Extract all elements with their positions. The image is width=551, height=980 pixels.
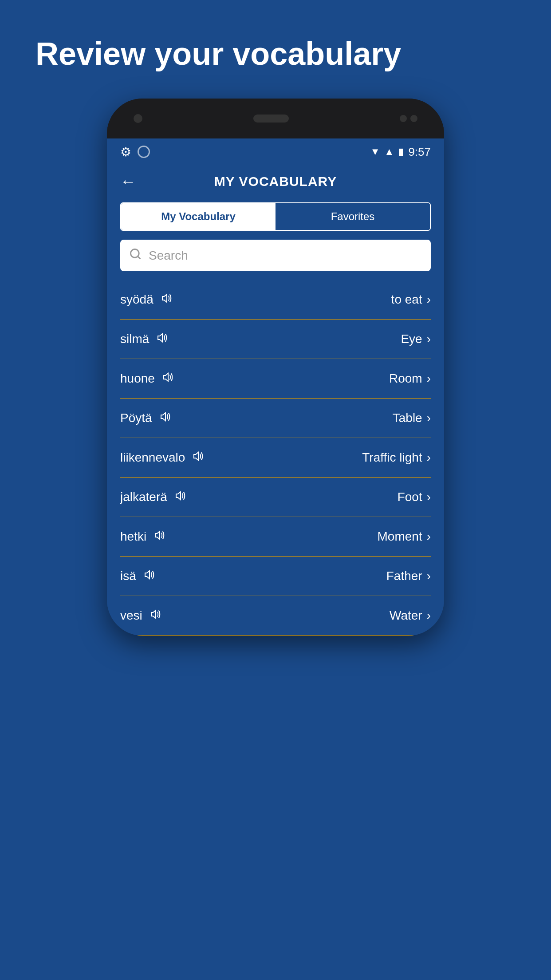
sound-icon[interactable] (174, 491, 187, 503)
status-time: 9:57 (408, 145, 431, 159)
tab-favorites[interactable]: Favorites (276, 203, 430, 230)
chevron-right-icon: › (427, 530, 431, 544)
vocab-right: Eye › (401, 332, 431, 346)
chevron-right-icon: › (427, 569, 431, 583)
vocab-left: huone (120, 371, 174, 386)
battery-icon: ▮ (398, 146, 404, 158)
back-button[interactable]: ← (120, 172, 136, 191)
vocab-right: Water › (390, 609, 431, 623)
wifi-icon: ▼ (370, 146, 380, 158)
vocab-item[interactable]: liikennevalo Traffic light › (120, 438, 431, 478)
vocab-right: Table › (393, 411, 431, 425)
vocab-item[interactable]: huone Room › (120, 359, 431, 399)
vocab-item[interactable]: silmä Eye › (120, 320, 431, 359)
chevron-right-icon: › (427, 450, 431, 465)
status-left: ⚙ (120, 145, 150, 159)
vocab-word: Pöytä (120, 411, 152, 425)
sound-icon[interactable] (162, 372, 174, 385)
svg-line-1 (138, 256, 140, 258)
vocab-word: jalkaterä (120, 490, 167, 504)
status-right: ▼ ▲ ▮ 9:57 (370, 145, 431, 159)
vocab-item[interactable]: isä Father › (120, 557, 431, 596)
vocab-left: silmä (120, 332, 169, 346)
sound-icon[interactable] (161, 293, 173, 306)
vocab-item[interactable]: jalkaterä Foot › (120, 478, 431, 517)
vocab-translation: Table (393, 411, 422, 425)
circle-indicator (138, 146, 150, 158)
vocab-left: liikennevalo (120, 450, 205, 465)
vocab-word: syödä (120, 292, 153, 307)
search-placeholder: Search (149, 249, 188, 263)
vocab-right: Traffic light › (362, 450, 431, 465)
phone-hardware-bar (107, 99, 444, 138)
phone-wrapper: ⚙ ▼ ▲ ▮ 9:57 ← MY VOCABULARY My Vocabula… (0, 99, 551, 980)
vocab-translation: Moment (378, 530, 422, 544)
phone-dot-1 (400, 115, 407, 122)
vocab-right: Moment › (378, 530, 431, 544)
sound-icon[interactable] (153, 530, 166, 543)
vocab-translation: Foot (398, 490, 422, 504)
vocab-translation: to eat (391, 292, 422, 307)
chevron-right-icon: › (427, 332, 431, 346)
vocab-left: syödä (120, 292, 173, 307)
vocab-word: huone (120, 371, 155, 386)
chevron-right-icon: › (427, 609, 431, 623)
vocab-translation: Father (386, 569, 422, 583)
sound-icon[interactable] (156, 333, 169, 345)
vocab-left: vesi (120, 609, 162, 623)
sound-icon[interactable] (150, 609, 162, 622)
status-bar: ⚙ ▼ ▲ ▮ 9:57 (107, 138, 444, 165)
vocab-left: isä (120, 569, 156, 583)
vocab-translation: Room (389, 371, 422, 386)
chevron-right-icon: › (427, 292, 431, 307)
vocab-item[interactable]: Pöytä Table › (120, 399, 431, 438)
search-container: Search (120, 240, 431, 271)
vocab-left: Pöytä (120, 411, 172, 425)
chevron-right-icon: › (427, 411, 431, 425)
chevron-right-icon: › (427, 490, 431, 504)
sound-icon[interactable] (192, 451, 205, 464)
phone-frame: ⚙ ▼ ▲ ▮ 9:57 ← MY VOCABULARY My Vocabula… (107, 99, 444, 636)
vocab-right: Father › (386, 569, 431, 583)
vocabulary-list: syödä to eat › silmä (107, 280, 444, 636)
phone-camera (134, 114, 142, 123)
vocab-item[interactable]: vesi Water › (120, 596, 431, 636)
vocab-translation: Traffic light (362, 450, 422, 465)
vocab-item[interactable]: hetki Moment › (120, 517, 431, 557)
vocab-word: vesi (120, 609, 142, 623)
vocab-word: isä (120, 569, 136, 583)
vocab-translation: Water (390, 609, 422, 623)
phone-screen: ⚙ ▼ ▲ ▮ 9:57 ← MY VOCABULARY My Vocabula… (107, 138, 444, 636)
phone-dot-2 (410, 115, 417, 122)
sound-icon[interactable] (143, 570, 156, 582)
vocab-word: hetki (120, 530, 146, 544)
tab-bar: My Vocabulary Favorites (120, 202, 431, 231)
vocab-translation: Eye (401, 332, 422, 346)
sound-icon[interactable] (159, 412, 172, 424)
tab-my-vocabulary[interactable]: My Vocabulary (121, 203, 276, 230)
header-title: MY VOCABULARY (214, 174, 337, 189)
phone-sensors (400, 115, 417, 122)
vocab-left: hetki (120, 530, 166, 544)
search-icon (129, 248, 142, 263)
vocab-right: to eat › (391, 292, 431, 307)
vocab-right: Room › (389, 371, 431, 386)
signal-icon: ▲ (385, 146, 394, 158)
app-header: ← MY VOCABULARY (107, 165, 444, 198)
vocab-left: jalkaterä (120, 490, 187, 504)
page-background-title: Review your vocabulary (0, 0, 551, 99)
vocab-word: silmä (120, 332, 149, 346)
vocab-word: liikennevalo (120, 450, 185, 465)
phone-speaker (253, 115, 289, 122)
chevron-right-icon: › (427, 371, 431, 386)
vocab-right: Foot › (398, 490, 431, 504)
search-box[interactable]: Search (120, 240, 431, 271)
vocab-item[interactable]: syödä to eat › (120, 280, 431, 320)
gear-icon: ⚙ (120, 145, 131, 159)
